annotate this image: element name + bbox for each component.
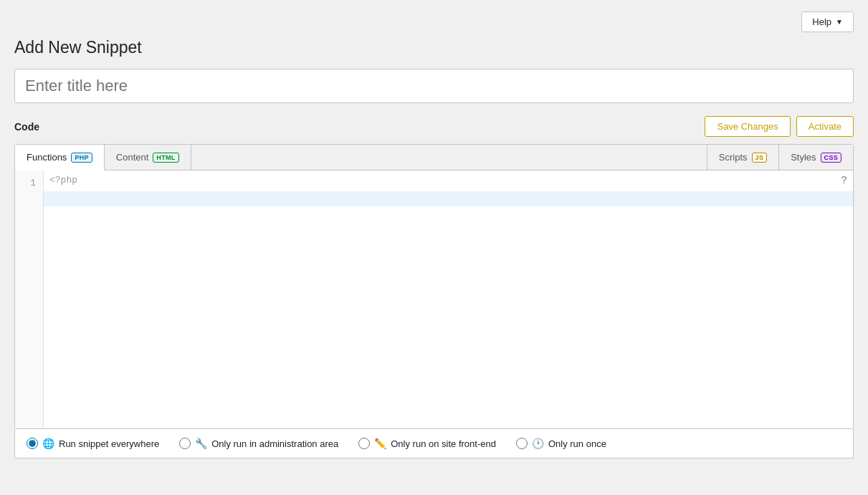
- js-badge: JS: [752, 153, 768, 163]
- run-option-admin[interactable]: 🔧 Only run in administration area: [179, 438, 338, 449]
- code-label: Code: [14, 121, 39, 133]
- globe-icon: 🌐: [42, 438, 54, 449]
- tab-scripts[interactable]: Scripts JS: [707, 145, 778, 170]
- code-line-1[interactable]: [44, 191, 853, 206]
- tabs-left: Functions PHP Content HTML: [15, 145, 191, 170]
- line-number-1: 1: [22, 176, 36, 191]
- wrench-icon: 🔧: [195, 438, 207, 449]
- help-button[interactable]: Help ▼: [801, 11, 854, 32]
- snippet-title-input[interactable]: [14, 69, 854, 103]
- radio-once[interactable]: [516, 438, 528, 449]
- tab-content-label: Content: [116, 152, 149, 163]
- tab-scripts-label: Scripts: [719, 152, 748, 163]
- line-numbers: 1: [15, 170, 44, 428]
- tab-styles-label: Styles: [791, 152, 816, 163]
- tab-functions[interactable]: Functions PHP: [15, 145, 105, 170]
- page-title: Add New Snippet: [14, 38, 854, 57]
- run-options-bar: 🌐 Run snippet everywhere 🔧 Only run in a…: [14, 429, 854, 458]
- radio-frontend[interactable]: [358, 438, 370, 449]
- run-option-once[interactable]: 🕐 Only run once: [516, 438, 606, 449]
- tab-functions-label: Functions: [27, 152, 67, 163]
- tab-styles[interactable]: Styles CSS: [778, 145, 853, 170]
- radio-everywhere[interactable]: [27, 438, 38, 449]
- html-badge: HTML: [153, 153, 178, 163]
- code-section-header: Code Save Changes Activate: [14, 116, 854, 137]
- action-buttons: Save Changes Activate: [705, 116, 854, 137]
- run-once-label: Only run once: [548, 438, 606, 449]
- php-opening-tag: <?php: [44, 170, 853, 191]
- code-editor-container: Functions PHP Content HTML Scripts JS St…: [14, 144, 854, 429]
- help-icon[interactable]: ?: [841, 175, 847, 186]
- pencil-icon: ✏️: [374, 438, 386, 449]
- tab-content[interactable]: Content HTML: [105, 145, 191, 170]
- run-admin-label: Only run in administration area: [211, 438, 338, 449]
- css-badge: CSS: [821, 153, 841, 163]
- code-editor-area[interactable]: 1 <?php ?: [15, 170, 853, 428]
- activate-button[interactable]: Activate: [796, 116, 854, 137]
- clock-icon: 🕐: [532, 438, 544, 449]
- code-content[interactable]: <?php ?: [44, 170, 853, 428]
- tabs-right: Scripts JS Styles CSS: [707, 145, 853, 170]
- run-option-frontend[interactable]: ✏️ Only run on site front-end: [358, 438, 496, 449]
- php-badge: PHP: [71, 153, 92, 163]
- run-everywhere-label: Run snippet everywhere: [59, 438, 159, 449]
- help-label: Help: [812, 16, 831, 27]
- run-frontend-label: Only run on site front-end: [391, 438, 496, 449]
- run-option-everywhere[interactable]: 🌐 Run snippet everywhere: [27, 438, 159, 449]
- save-changes-button[interactable]: Save Changes: [705, 116, 790, 137]
- tabs-bar: Functions PHP Content HTML Scripts JS St…: [15, 145, 853, 170]
- top-bar: Help ▼: [14, 11, 854, 32]
- radio-admin[interactable]: [179, 438, 191, 449]
- chevron-down-icon: ▼: [836, 18, 843, 26]
